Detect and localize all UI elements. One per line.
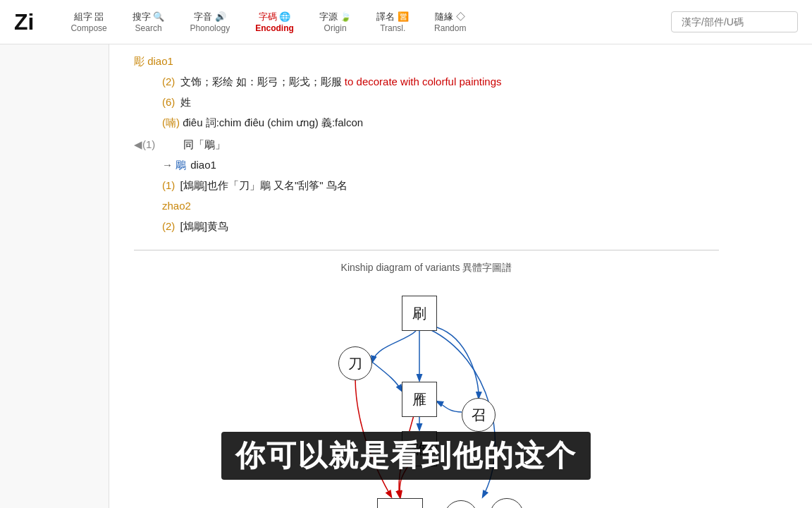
nav-phonology-cn: 字音 🔊: [194, 11, 226, 23]
viet-marker: (喃): [162, 116, 180, 128]
entry-text-2: 文饰；彩绘 如：彫弓；彫戈；彫服: [180, 75, 345, 87]
nav-search-en: Search: [135, 23, 162, 33]
nav-compose-en: Compose: [70, 23, 106, 33]
ref-char-diao: 鵰: [176, 159, 186, 171]
entry-line-6: (6) 姓: [134, 92, 719, 111]
ref-diao1: diao1: [190, 159, 216, 171]
text-diao-1: [鴆鵰]也作「刀」鵰 又名"刮筝" 鸟名: [180, 179, 347, 191]
kinship-diagram: 刷 刀 雁 召 雒: [293, 289, 560, 508]
node-yan-label: 雁: [412, 390, 426, 409]
main-content: 彫 diao1 (2) 文饰；彩绘 如：彫弓；彫戈；彫服 to decorate…: [0, 44, 812, 508]
node-zhou[interactable]: 周: [490, 498, 524, 508]
entry-viet: (喃) điêu 詞:chim điêu (chim ưng) 義:falcon: [134, 113, 719, 132]
nav-transl-cn: 譯名 🈺: [376, 11, 409, 23]
node-luo[interactable]: 雒: [402, 431, 437, 466]
entry-char-6: 姓: [180, 96, 191, 108]
node-diao2[interactable]: 刁: [444, 500, 478, 508]
num-6: (6): [162, 96, 175, 108]
search-input[interactable]: [671, 11, 798, 32]
nav-random-cn: 隨緣 ◇: [435, 11, 465, 23]
node-luo-label: 雒: [412, 440, 426, 459]
nav-encoding[interactable]: 字碼 🌐 Encoding: [250, 8, 300, 36]
nav-encoding-cn: 字碼 🌐: [259, 11, 291, 23]
nav-random[interactable]: 隨緣 ◇ Random: [429, 8, 472, 36]
num-diao-1: (1): [162, 179, 175, 191]
kinship-title-en: Kinship diagram of variants: [341, 262, 463, 273]
cursor-arrow: ◀(1): [134, 138, 155, 150]
nav-search-cn: 搜字 🔍: [133, 11, 165, 23]
text-zhao-2: [鴆鵰]黄鸟: [180, 220, 228, 232]
entry-tong: 同「鵰」: [183, 135, 226, 154]
nav-origin-en: Origin: [324, 23, 347, 33]
node-zhao[interactable]: 召: [462, 398, 496, 432]
node-tuiyan[interactable]: 推雁: [377, 498, 423, 508]
entry-diao-1: (1) [鴆鵰]也作「刀」鵰 又名"刮筝" 鸟名: [134, 176, 719, 195]
nav-search[interactable]: 搜字 🔍 Search: [127, 8, 171, 36]
nav-transl-en: Transl.: [380, 23, 405, 33]
kinship-title-cn: 異體字圖譜: [462, 262, 512, 273]
node-zhou-label: 周: [500, 506, 514, 509]
viet-text: điêu 詞:chim điêu (chim ưng) 義:falcon: [183, 116, 363, 128]
content-area: 彫 diao1 (2) 文饰；彩绘 如：彫弓；彫戈；彫服 to decorate…: [113, 44, 747, 508]
node-dao-label: 刀: [348, 354, 362, 373]
node-dao[interactable]: 刀: [338, 346, 372, 380]
entry-diao1-ref: →鵰 diao1: [134, 155, 719, 174]
entry-arrow-label: ◀(1): [134, 135, 162, 154]
node-zhao-label: 召: [472, 406, 486, 425]
logo[interactable]: Zi: [14, 9, 37, 35]
entry-line-2: (2) 文饰；彩绘 如：彫弓；彫戈；彫服 to decorate with co…: [134, 72, 719, 91]
left-panel: [0, 44, 109, 508]
nav-origin[interactable]: 字源 🍃 Origin: [314, 8, 357, 36]
logo-symbol: Zi: [14, 9, 34, 35]
num-zhao-2: (2): [162, 220, 175, 232]
nav-phonology[interactable]: 字音 🔊 Phonology: [184, 8, 235, 36]
entry-diao1-label: 彫 diao1: [134, 52, 719, 71]
entry-zhao2: zhao2: [134, 196, 719, 215]
nav-origin-cn: 字源 🍃: [319, 11, 352, 23]
entry-link-2[interactable]: to decorate with colorful paintings: [345, 75, 502, 87]
nav-compose[interactable]: 組字 㗊 Compose: [65, 8, 112, 36]
header: Zi 組字 㗊 Compose 搜字 🔍 Search 字音 🔊 Phonolo…: [0, 0, 812, 44]
node-shua[interactable]: 刷: [402, 296, 437, 331]
entry-zhao-2: (2) [鴆鵰]黄鸟: [134, 217, 719, 236]
arrow-icon: →: [162, 159, 173, 171]
nav-transl[interactable]: 譯名 🈺 Transl.: [371, 8, 414, 36]
kinship-section: Kinship diagram of variants 異體字圖譜: [134, 250, 719, 508]
node-yan[interactable]: 雁: [402, 382, 437, 417]
nav-bar: 組字 㗊 Compose 搜字 🔍 Search 字音 🔊 Phonology …: [65, 8, 472, 36]
nav-random-en: Random: [434, 23, 466, 33]
num-2: (2): [162, 75, 175, 87]
node-shua-label: 刷: [412, 304, 426, 323]
nav-compose-cn: 組字 㗊: [74, 11, 104, 23]
zhao2-label: zhao2: [162, 200, 191, 212]
kinship-title: Kinship diagram of variants 異體字圖譜: [134, 262, 719, 274]
nav-phonology-en: Phonology: [190, 23, 230, 33]
nav-encoding-en: Encoding: [255, 23, 294, 33]
